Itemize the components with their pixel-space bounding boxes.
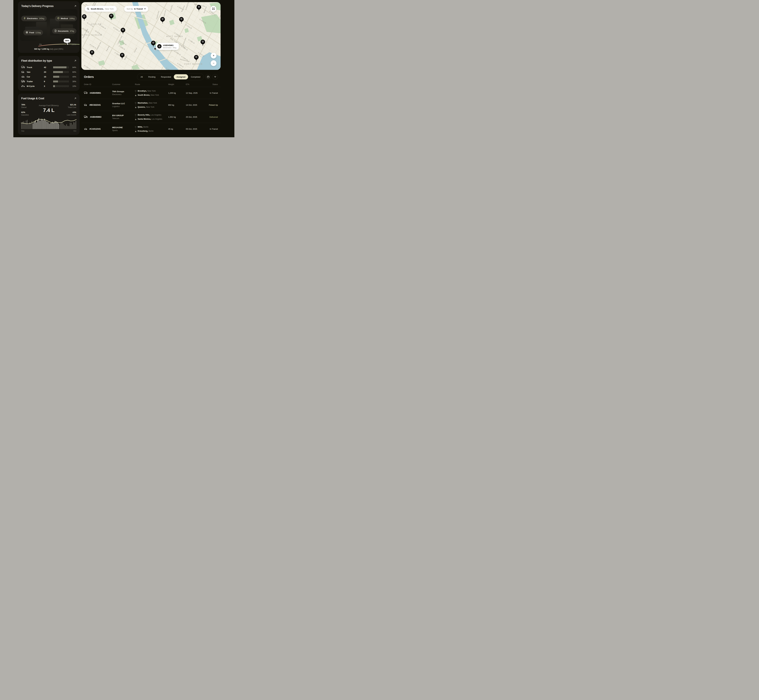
fleet-type: Trailer [27,80,44,83]
search-query-city: South Bronx, [91,8,104,10]
order-id: #CA012341 [89,128,101,130]
fleet-row-car[interactable]: Car1540% [21,74,76,79]
warehouse-3d-scene [20,9,77,41]
map-search-input[interactable]: South Bronx, New York [85,6,117,12]
scale-max: 100% [72,44,76,45]
map-package-marker[interactable] [160,17,165,22]
tab-responded[interactable]: Responded [158,74,174,80]
delivery-badge-medical[interactable]: Medical188kg [55,16,77,21]
tab-pending[interactable]: Pending [145,74,158,80]
customer-category: Logistics [112,105,135,108]
status-badge: In Transit [208,92,218,94]
route-origin-icon [135,90,136,92]
order-id: #AB045863 [90,116,102,118]
route-cell: Mitte, BerlinKreuzberg, Berlin [135,126,168,132]
map-package-marker[interactable] [151,41,156,45]
route-from-region: New York [148,102,157,104]
route-destination-icon [135,131,136,132]
filter-button[interactable] [212,74,218,80]
zoom-out-button[interactable]: − [211,60,217,66]
route-from: Beverly Hills, Los Angeles [138,114,162,116]
tab-completed[interactable]: Completed [188,74,203,80]
truck-icon [21,66,27,69]
map-package-marker[interactable] [194,55,198,59]
map-package-marker[interactable] [179,17,184,22]
route-from-region: Los Angeles [150,114,161,116]
delivery-progress-card: Today's Delivery Progress Electronics245… [18,1,80,53]
delivery-badge-electronics[interactable]: Electronics245kg [21,16,47,21]
table-row[interactable]: #CA012341MEGAONESportsMitte, BerlinKreuz… [81,123,220,135]
x-label-end: Oct [73,130,76,132]
expand-icon[interactable] [74,5,77,8]
fleet-type: Car [27,76,44,78]
map-package-marker[interactable] [120,53,125,58]
fleet-type: M-Cycle [27,85,44,87]
marker-ground-dot [122,58,122,59]
document-icon [55,30,56,33]
route-cell: Manhattan, New YorkQueens, New York [135,102,168,108]
fleet-row-van[interactable]: Van2360% [21,70,76,74]
sort-dropdown[interactable]: Sort by In Transit [124,6,148,12]
fleet-row-truck[interactable]: Truck4284% [21,65,76,70]
fuel-chart [21,117,77,130]
mcycle-icon [21,85,27,88]
expand-icon[interactable] [74,97,77,100]
fleet-type: Van [27,71,44,73]
map[interactable]: HARLEMCENTRAL HARLEMMOTT HAVENPORT MORRI… [81,2,220,70]
map-package-marker[interactable] [200,40,205,44]
search-icon [87,8,89,10]
map-package-marker[interactable] [90,50,94,55]
eta-cell: 05 Oct, 2025 [186,128,208,130]
route-origin-icon [135,126,136,128]
map-package-marker[interactable] [197,5,201,9]
fleet-count: 9 [44,80,53,83]
route-text: Mitte, BerlinKreuzberg, Berlin [138,126,154,132]
delivery-badge-documents[interactable]: Documents47kg [52,28,77,34]
calendar-button[interactable] [205,74,211,80]
eta-cell: 14 Oct, 2025 [186,104,208,106]
fleet-utilization-bar [53,71,69,73]
route-to-region: New York [145,106,155,108]
route-from: Brooklyn, New York [138,90,159,92]
route-from-region: Berlin [143,126,148,128]
delivery-badge-food[interactable]: Food121kg [23,30,43,35]
order-id: #AB045861 [90,92,101,94]
tab-assigned[interactable]: Assigned [174,74,188,80]
fleet-count: 42 [44,66,53,69]
fleet-percent: 30% [69,80,76,83]
marker-ground-dot [153,46,154,47]
route-origin-icon [135,114,136,116]
badge-label: Documents [58,30,69,32]
column-header-order-id: Order ID [84,83,112,86]
package-icon [110,14,112,17]
weight-cell: 1,200 kg [168,92,186,94]
fleet-percent: 10% [69,85,76,87]
map-package-marker[interactable] [82,14,86,19]
table-row[interactable]: #AB045861TNA GroupsElectronicsBrooklyn, … [81,87,220,99]
marker-ground-dot [203,45,203,46]
shipment-tooltip[interactable]: #AB045861 Electronics 25kg [156,43,179,50]
route-origin-icon [135,102,136,103]
customer-cell: MEGAONESports [112,127,135,131]
badge-weight: 121kg [35,31,41,34]
order-id-cell: #CA012341 [84,128,112,130]
customer-name: Gravitas LLC [112,102,135,105]
tab-all[interactable]: All [138,74,145,80]
customer-cell: TNA GroupsElectronics [112,91,135,95]
route-from-region: New York [147,90,156,92]
fullscreen-button[interactable] [211,6,216,12]
search-query-region: New York [105,8,114,10]
fleet-count: 3 [44,85,53,87]
package-icon [195,56,197,59]
map-package-marker[interactable] [109,14,114,18]
fleet-row-trailer[interactable]: Trailer930% [21,79,76,84]
fleet-row-m-cycle[interactable]: M-Cycle310% [21,84,76,89]
progress-bubble[interactable]: 56% [64,39,70,43]
expand-icon[interactable] [74,59,77,63]
package-icon [122,28,124,31]
route-to-region: Berlin [148,130,154,132]
badge-label: Food [29,31,34,34]
zoom-in-button[interactable]: + [211,53,217,58]
table-row[interactable]: #BC022341Gravitas LLCLogisticsManhattan,… [81,99,220,111]
table-row[interactable]: #AB045863BVI GROUPTelecomBeverly Hills, … [81,111,220,123]
